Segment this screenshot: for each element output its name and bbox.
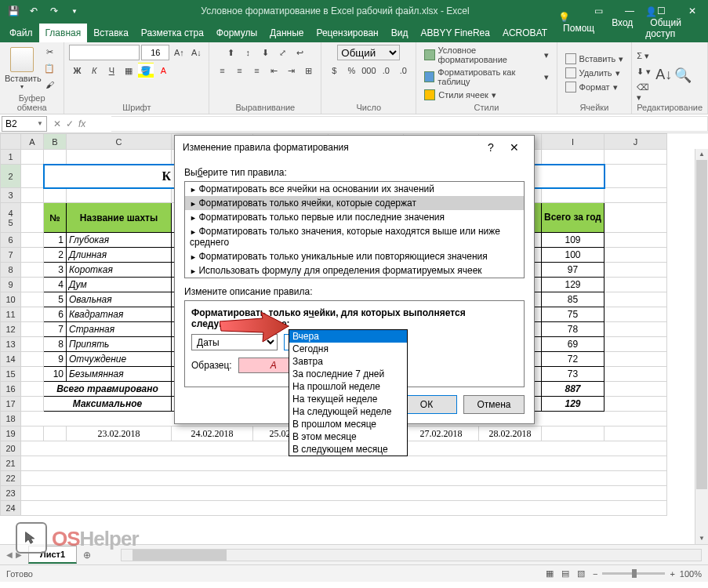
increase-decimal-icon[interactable]: .0	[378, 63, 394, 78]
align-left-icon[interactable]: ≡	[214, 63, 230, 78]
increase-font-icon[interactable]: A↑	[171, 45, 187, 60]
redo-icon[interactable]: ↷	[47, 4, 61, 18]
fill-icon[interactable]: ⬇ ▾	[637, 67, 652, 79]
mine-name[interactable]: Длинная	[67, 248, 171, 262]
sheet-prev-icon[interactable]: ◀	[6, 550, 13, 559]
tab-file[interactable]: Файл	[3, 24, 39, 42]
mine-name[interactable]: Дум	[67, 278, 171, 292]
fx-icon[interactable]: fx	[78, 118, 85, 129]
decrease-decimal-icon[interactable]: .0	[395, 63, 411, 78]
scrollbar-thumb[interactable]	[696, 160, 707, 489]
row-num[interactable]: 5	[44, 292, 66, 307]
condition-type-select[interactable]: Даты	[191, 334, 278, 350]
rule-type-option[interactable]: Использовать формулу для определения фор…	[185, 263, 524, 278]
tab-pagelayout[interactable]: Разметка стра	[135, 24, 210, 42]
conditional-formatting-button[interactable]: Условное форматирование ▾	[421, 45, 551, 65]
date-period-dropdown[interactable]: ВчераСегодняЗавтраЗа последние 7 днейНа …	[289, 329, 408, 456]
row-num[interactable]: 8	[44, 337, 66, 351]
date-cell[interactable]: 24.02.2018	[172, 426, 252, 441]
autosum-icon[interactable]: Σ ▾	[637, 51, 652, 64]
decrease-font-icon[interactable]: A↓	[188, 45, 204, 60]
cut-icon[interactable]: ✂	[42, 45, 56, 59]
sheet-next-icon[interactable]: ▶	[16, 550, 22, 559]
align-bottom-icon[interactable]: ⬇	[257, 45, 273, 60]
row-num[interactable]: 3	[44, 263, 66, 277]
tab-review[interactable]: Рецензирован	[310, 24, 384, 42]
decrease-indent-icon[interactable]: ⇤	[266, 63, 281, 78]
scroll-up-icon[interactable]: ▲	[695, 149, 708, 160]
scroll-down-icon[interactable]: ▼	[695, 533, 708, 544]
mine-name[interactable]: Безымянная	[67, 367, 171, 381]
find-select-icon[interactable]: 🔍	[674, 67, 690, 79]
add-sheet-icon[interactable]: ⊕	[77, 546, 97, 564]
share-button[interactable]: 👤 Общий доступ	[641, 3, 699, 42]
undo-icon[interactable]: ↶	[27, 4, 41, 18]
orientation-icon[interactable]: ⤢	[274, 45, 290, 60]
date-cell[interactable]: 28.02.2018	[479, 426, 541, 441]
fill-color-icon[interactable]: 🪣	[138, 63, 154, 78]
dropdown-option[interactable]: Сегодня	[289, 343, 407, 355]
view-normal-icon[interactable]: ▦	[546, 568, 554, 579]
increase-indent-icon[interactable]: ⇥	[283, 63, 299, 78]
vertical-scrollbar[interactable]: ▲ ▼	[695, 149, 708, 544]
totals-row2-label[interactable]: Максимальное	[44, 397, 171, 411]
header-total[interactable]: Всего за год	[542, 203, 604, 232]
font-size-input[interactable]	[141, 45, 169, 60]
row-num[interactable]: 6	[44, 307, 66, 321]
signin-button[interactable]: Вход	[607, 14, 637, 31]
dropdown-option[interactable]: В следующем месяце	[289, 443, 407, 456]
tab-insert[interactable]: Вставка	[87, 24, 135, 42]
align-right-icon[interactable]: ≡	[249, 63, 264, 78]
mine-name[interactable]: Странная	[67, 322, 171, 336]
dropdown-option[interactable]: На текущей неделе	[289, 393, 407, 405]
row-num[interactable]: 9	[44, 352, 66, 366]
row-num[interactable]: 4	[44, 278, 66, 292]
name-box[interactable]: B2▼	[2, 116, 47, 132]
percent-icon[interactable]: %	[343, 63, 359, 78]
row-num[interactable]: 1	[44, 233, 66, 247]
dropdown-option[interactable]: На следующей неделе	[289, 405, 407, 418]
copy-icon[interactable]: 📋	[42, 61, 56, 75]
rule-type-option[interactable]: Форматировать только значения, которые н…	[185, 224, 524, 249]
dropdown-option[interactable]: Вчера	[289, 330, 407, 343]
mine-name[interactable]: Короткая	[67, 263, 171, 277]
totals-row1-label[interactable]: Всего травмировано	[44, 382, 171, 396]
rule-type-option[interactable]: Форматировать только уникальные или повт…	[185, 249, 524, 263]
view-pagebreak-icon[interactable]: ▧	[577, 568, 585, 579]
mine-name[interactable]: Глубокая	[67, 233, 171, 247]
formula-input[interactable]	[111, 116, 708, 132]
format-as-table-button[interactable]: Форматировать как таблицу ▾	[421, 67, 551, 87]
tab-home[interactable]: Главная	[39, 24, 88, 42]
tab-data[interactable]: Данные	[263, 24, 310, 42]
zoom-slider[interactable]	[602, 572, 665, 575]
sheet-tab[interactable]: Лист1	[28, 546, 77, 564]
row-num[interactable]: 2	[44, 248, 66, 262]
zoom-control[interactable]: − + 100%	[593, 569, 702, 579]
align-top-icon[interactable]: ⬆	[223, 45, 238, 60]
zoom-in-icon[interactable]: +	[670, 569, 674, 579]
currency-icon[interactable]: $	[326, 63, 342, 78]
italic-button[interactable]: К	[86, 63, 102, 78]
dropdown-option[interactable]: За последние 7 дней	[289, 368, 407, 380]
rule-type-option[interactable]: Форматировать только первые или последни…	[185, 210, 524, 224]
row-num[interactable]: 10	[44, 367, 66, 381]
dropdown-option[interactable]: Завтра	[289, 355, 407, 368]
font-color-icon[interactable]: A	[155, 63, 171, 78]
mine-name[interactable]: Отчуждение	[67, 352, 171, 366]
underline-button[interactable]: Ч	[103, 63, 119, 78]
number-format-select[interactable]: Общий	[337, 45, 400, 60]
rule-type-option[interactable]: Форматировать только ячейки, которые сод…	[185, 196, 524, 210]
tab-acrobat[interactable]: ACROBAT	[496, 24, 554, 42]
horizontal-scrollbar[interactable]	[121, 549, 702, 561]
rule-type-option[interactable]: Форматировать все ячейки на основании их…	[185, 182, 524, 196]
mine-name[interactable]: Квадратная	[67, 307, 171, 321]
wrap-text-icon[interactable]: ↩	[292, 45, 307, 60]
mine-name[interactable]: Припять	[67, 337, 171, 351]
view-pagelayout-icon[interactable]: ▤	[561, 568, 569, 579]
bold-button[interactable]: Ж	[69, 63, 85, 78]
dropdown-option[interactable]: В этом месяце	[289, 430, 407, 443]
formatpainter-icon[interactable]: 🖌	[42, 78, 56, 92]
dialog-help-icon[interactable]: ?	[479, 141, 503, 154]
row-num[interactable]: 7	[44, 322, 66, 336]
dropdown-option[interactable]: В прошлом месяце	[289, 418, 407, 430]
